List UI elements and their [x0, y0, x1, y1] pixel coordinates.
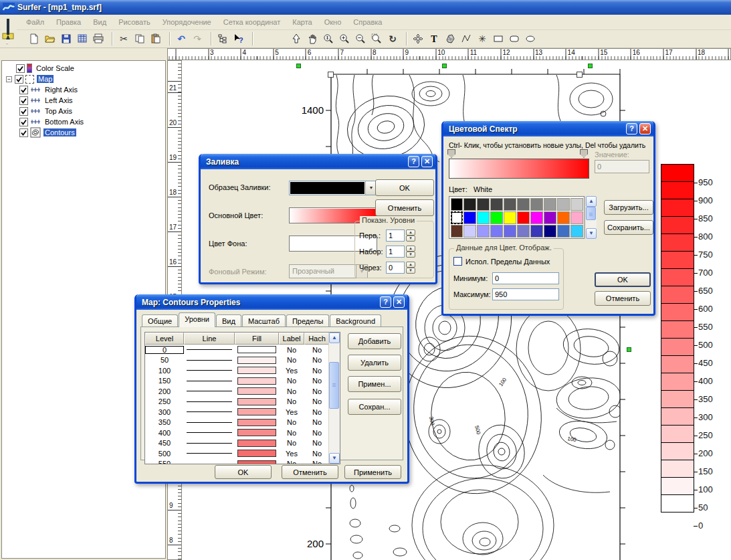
hach-flag[interactable]: No: [304, 429, 330, 437]
menu-item-вид[interactable]: Вид: [87, 17, 112, 27]
level-row-200[interactable]: 200NoNo: [145, 386, 340, 397]
fill-sample[interactable]: [235, 377, 279, 385]
tab-масштаб[interactable]: Масштаб: [242, 314, 286, 327]
visibility-checkbox[interactable]: [16, 64, 25, 73]
menu-item-упорядочение[interactable]: Упорядочение: [156, 17, 217, 27]
label-flag[interactable]: No: [279, 387, 304, 395]
spectrum-dialog-titlebar[interactable]: Цветовой Спектр ? ✕: [443, 121, 653, 136]
sidebar-item-top-axis[interactable]: Top Axis: [2, 106, 165, 116]
cancel-button[interactable]: Отменить: [282, 465, 338, 479]
scroll-up-icon[interactable]: ▲: [586, 196, 597, 207]
palette-swatch[interactable]: [544, 225, 556, 238]
load-button[interactable]: Загрузить...: [604, 200, 653, 215]
palette-swatch[interactable]: [477, 211, 490, 224]
zoom-in-button[interactable]: [336, 31, 352, 47]
zoom-realtime-button[interactable]: [320, 31, 336, 47]
worksheet-button[interactable]: [74, 31, 90, 47]
palette-swatch[interactable]: [517, 211, 530, 224]
apply-side-button[interactable]: Примен...: [348, 376, 401, 392]
palette-swatch[interactable]: [451, 198, 463, 211]
zoom-out-button[interactable]: [352, 31, 369, 47]
apply-button[interactable]: Применить: [344, 465, 401, 479]
palette-swatch[interactable]: [530, 225, 543, 238]
line-sample[interactable]: [184, 422, 235, 423]
level-row-250[interactable]: 250NoNo: [145, 397, 340, 407]
scroll-down-icon[interactable]: ▼: [586, 228, 597, 239]
palette-swatch[interactable]: [544, 211, 556, 224]
level-value[interactable]: 500: [145, 450, 184, 458]
color-scale-object[interactable]: 9509008508007507006506005505004504003503…: [661, 165, 731, 512]
column-header-fill[interactable]: Fill: [235, 333, 279, 345]
label-flag[interactable]: No: [279, 356, 304, 364]
undo-button[interactable]: ↶: [173, 31, 189, 47]
menu-item-окно[interactable]: Окно: [318, 17, 348, 27]
paste-button[interactable]: [148, 31, 164, 47]
ok-button[interactable]: OK: [595, 272, 651, 287]
sidebar-item-right-axis[interactable]: Right Axis: [2, 84, 165, 95]
tab-уровни[interactable]: Уровни: [179, 312, 215, 327]
level-row-350[interactable]: 350NoNo: [145, 417, 340, 428]
level-row-100[interactable]: 100YesNo: [145, 365, 340, 376]
line-sample[interactable]: [184, 370, 235, 371]
ok-button[interactable]: OK: [215, 465, 272, 479]
palette-swatch[interactable]: [530, 198, 543, 211]
palette-swatch[interactable]: [530, 211, 543, 224]
new-document-button[interactable]: [26, 31, 42, 47]
tab-background[interactable]: Background: [330, 314, 381, 327]
level-value[interactable]: 350: [145, 418, 184, 426]
tab-пределы[interactable]: Пределы: [286, 314, 329, 327]
level-value[interactable]: 150: [145, 377, 184, 385]
selection-handle[interactable]: [442, 64, 447, 68]
line-sample[interactable]: [184, 453, 235, 454]
hach-flag[interactable]: No: [304, 460, 330, 464]
cancel-button[interactable]: Отменить: [595, 291, 651, 306]
hach-flag[interactable]: No: [304, 387, 330, 395]
label-flag[interactable]: Yes: [279, 450, 304, 458]
open-file-button[interactable]: [42, 31, 58, 47]
menu-item-файл[interactable]: Файл: [20, 17, 50, 27]
redo-button[interactable]: ↷: [189, 31, 205, 47]
palette-swatch[interactable]: [463, 225, 476, 238]
level-row-50[interactable]: 50NoNo: [145, 355, 340, 366]
palette-swatch[interactable]: [517, 198, 530, 211]
levels-table[interactable]: LevelLineFillLabelHach0NoNo50NoNo100YesN…: [144, 332, 340, 464]
level-value[interactable]: 50: [145, 356, 184, 364]
tab-вид[interactable]: Вид: [216, 314, 241, 327]
close-icon[interactable]: ✕: [421, 156, 433, 167]
visibility-checkbox[interactable]: [19, 118, 28, 126]
line-sample[interactable]: [184, 360, 235, 361]
collapse-icon[interactable]: −: [6, 76, 12, 82]
menu-item-справка[interactable]: Справка: [347, 17, 388, 27]
fill-sample[interactable]: [235, 398, 279, 405]
column-header-hach[interactable]: Hach: [304, 333, 330, 345]
redraw-button[interactable]: ↻: [385, 31, 401, 47]
line-sample[interactable]: [184, 464, 235, 464]
selection-handle[interactable]: [296, 64, 301, 68]
copy-button[interactable]: [132, 31, 148, 47]
label-flag[interactable]: No: [279, 397, 304, 405]
cut-button[interactable]: ✂: [116, 31, 132, 47]
cancel-button[interactable]: Отменить: [375, 199, 434, 216]
line-sample[interactable]: [184, 349, 235, 350]
line-sample[interactable]: [184, 381, 235, 381]
hach-flag[interactable]: No: [304, 367, 330, 375]
sidebar-item-color-scale[interactable]: Color Scale: [2, 63, 165, 74]
save-button[interactable]: Сохранить...: [604, 220, 653, 235]
palette-swatch[interactable]: [490, 211, 503, 224]
help-icon[interactable]: ?: [380, 296, 391, 308]
column-header-line[interactable]: Line: [184, 333, 235, 345]
palette-swatch[interactable]: [477, 198, 490, 211]
contours-dialog-titlebar[interactable]: Map: Contours Properties ? ✕: [136, 294, 407, 310]
level-row-400[interactable]: 400NoNo: [145, 428, 340, 438]
delete-button[interactable]: Удалить: [348, 355, 401, 371]
scroll-thumb[interactable]: [329, 362, 339, 409]
visibility-checkbox[interactable]: [19, 107, 28, 116]
palette-swatch[interactable]: [451, 211, 463, 224]
palette-swatch[interactable]: [504, 225, 516, 238]
fill-sample[interactable]: [235, 429, 279, 436]
palette-swatch[interactable]: [477, 225, 490, 238]
label-flag[interactable]: No: [279, 418, 304, 426]
level-row-0[interactable]: 0NoNo: [145, 345, 340, 355]
hach-flag[interactable]: No: [304, 450, 330, 458]
level-value[interactable]: 450: [145, 439, 184, 447]
